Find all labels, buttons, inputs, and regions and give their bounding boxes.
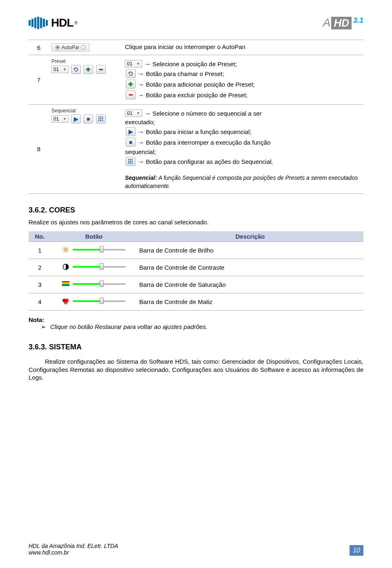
svg-rect-15 (128, 163, 129, 164)
sequencial-play-button-inline[interactable]: ▶ (126, 127, 136, 136)
brightness-icon (62, 246, 69, 253)
svg-rect-2 (102, 116, 103, 118)
contrast-slider[interactable] (62, 263, 126, 271)
svg-rect-5 (102, 118, 103, 119)
table-row: 1 Barra de Controle de Brilho (29, 242, 363, 259)
footer-company: HDL da Amazônia Ind. ELetr. LTDA (29, 543, 118, 549)
sequencial-label: Sequencial (51, 108, 120, 114)
svg-rect-12 (128, 161, 129, 162)
row-number: 6 (29, 40, 49, 55)
sequencial-play-button[interactable]: ▶ (71, 114, 81, 123)
svg-rect-16 (130, 163, 131, 164)
sequencial-config-button[interactable] (96, 114, 106, 123)
chevron-down-icon: ▼ (63, 67, 67, 72)
svg-rect-6 (98, 120, 99, 121)
row-button-cell (51, 259, 137, 276)
svg-rect-0 (98, 116, 99, 118)
brightness-slider[interactable] (62, 246, 126, 253)
desc-text: → Selecione o número do sequencial a ser (145, 110, 262, 117)
svg-line-26 (67, 248, 68, 248)
row-button-cell: AutoPar (49, 40, 122, 55)
row-description: Barra de Controle de Contraste (137, 259, 363, 276)
desc-text: → Selecione a posição de Preset; (145, 60, 237, 67)
preset-add-button[interactable]: ✚ (83, 65, 93, 74)
row-number: 3 (29, 276, 51, 293)
sequencial-note: Sequencial: A função Sequencial é compos… (125, 174, 361, 190)
hue-slider[interactable] (62, 297, 126, 305)
svg-line-24 (67, 251, 68, 252)
row-button-cell (51, 276, 137, 293)
note-body: A função Sequencial é composta por posiç… (125, 174, 358, 189)
footer-url: www.hdl.com.br (29, 549, 118, 556)
ahd-version: 3.1 (353, 16, 363, 25)
table-row: 3 Barra de Controle de Saturação (29, 276, 363, 293)
desc-text: → Botão para iniciar a função sequencial… (138, 128, 252, 135)
svg-rect-28 (62, 281, 69, 282)
saturation-slider[interactable] (62, 280, 126, 288)
preset-remove-button-inline[interactable]: ━ (126, 90, 136, 99)
svg-rect-10 (130, 159, 131, 160)
row-button-cell: Preset 01 ▼ ✚ ━ (49, 55, 122, 105)
svg-rect-1 (100, 116, 101, 118)
svg-rect-14 (132, 161, 133, 162)
desc-text: → Botão para chamar o Preset; (138, 70, 224, 77)
row-description: Barra de Controle de Brilho (137, 242, 363, 259)
svg-rect-29 (62, 282, 69, 284)
preset-remove-button[interactable]: ━ (96, 65, 106, 74)
page-footer: HDL da Amazônia Ind. ELetr. LTDA www.hdl… (29, 543, 363, 556)
sequencial-config-button-inline[interactable] (126, 157, 136, 166)
note-title: Sequencial: (125, 174, 157, 181)
preset-dropdown[interactable]: 01 ▼ (51, 66, 69, 73)
ahd-hd: HD (331, 17, 352, 29)
sequencial-dropdown[interactable]: 01 ▼ (51, 115, 69, 123)
row-number: 4 (29, 293, 51, 311)
cycle-icon (128, 71, 134, 76)
cores-heading: 3.6.2. CORES (29, 206, 363, 215)
table-row: 2 Barra de Controle de Contraste (29, 259, 363, 276)
table-row: 8 Sequencial 01 ▼ ▶ ■ (29, 105, 363, 194)
row-button-cell (51, 242, 137, 259)
svg-line-23 (64, 248, 65, 248)
radio-icon (81, 45, 86, 50)
saturation-icon (62, 280, 69, 288)
chevron-down-icon: ▼ (136, 111, 140, 115)
svg-line-25 (64, 251, 65, 252)
autopan-toggle[interactable]: AutoPar (51, 43, 89, 51)
preset-dropdown-inline[interactable]: 01 ▼ (125, 60, 142, 67)
ahd-a: A (323, 16, 331, 29)
hdl-logo: HDL ® (29, 16, 78, 29)
sistema-heading: 3.6.3. SISTEMA (29, 343, 363, 351)
svg-rect-31 (62, 285, 69, 286)
grid-icon (128, 159, 134, 164)
row-number: 2 (29, 259, 51, 276)
cores-table: No. Botão Descrição 1 Barra de Controle … (29, 231, 363, 311)
sequencial-dropdown-inline[interactable]: 01 ▼ (125, 110, 142, 117)
row-button-cell (51, 293, 137, 311)
nota-block: Nota: ➢ Clique no botão Restaurar para v… (29, 316, 363, 331)
table-header-row: No. Botão Descrição (29, 231, 363, 242)
page-number: 10 (350, 545, 363, 556)
ahd-logo: A HD 3.1 (323, 16, 363, 29)
sequencial-stop-button[interactable]: ■ (83, 114, 93, 123)
svg-rect-17 (132, 163, 133, 164)
chevron-down-icon: ▼ (136, 62, 140, 66)
nota-label: Nota: (29, 316, 363, 323)
preset-label: Preset (51, 58, 120, 64)
hdl-logo-reg: ® (75, 21, 78, 25)
svg-rect-8 (102, 120, 103, 121)
preset-call-button-inline[interactable] (126, 69, 136, 78)
row-number: 7 (29, 55, 49, 105)
desc-text: → Botão para adicionar posição de Preset… (138, 81, 255, 88)
cores-intro: Realize os ajustes nos parâmetros de cor… (29, 219, 363, 226)
preset-call-button[interactable] (71, 65, 81, 74)
table-row: 7 Preset 01 ▼ ✚ ━ 01 ▼ (29, 55, 363, 105)
preset-add-button-inline[interactable]: ✚ (126, 80, 136, 89)
th-descricao: Descrição (137, 231, 363, 242)
bullet-icon: ➢ (41, 323, 46, 331)
hue-icon (62, 297, 69, 305)
th-botao: Botão (51, 231, 137, 242)
desc-text: sequencial; (125, 148, 361, 155)
th-no: No. (29, 231, 51, 242)
sequencial-stop-button-inline[interactable]: ■ (126, 138, 136, 147)
grid-icon (98, 116, 104, 122)
